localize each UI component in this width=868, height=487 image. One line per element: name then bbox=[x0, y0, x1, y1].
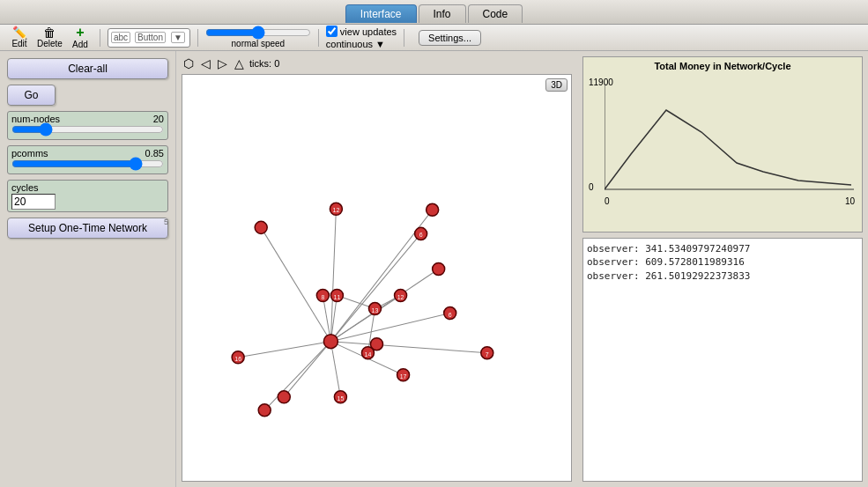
tab-interface[interactable]: Interface bbox=[345, 4, 417, 23]
svg-text:15: 15 bbox=[338, 395, 345, 402]
sep2 bbox=[197, 29, 198, 47]
edit-button[interactable]: ✏️ Edit bbox=[7, 26, 32, 48]
svg-line-13 bbox=[330, 342, 486, 353]
svg-text:6: 6 bbox=[449, 312, 452, 318]
svg-point-33 bbox=[370, 338, 382, 350]
delete-icon: 🗑 bbox=[43, 26, 56, 39]
svg-text:16: 16 bbox=[234, 356, 241, 362]
svg-line-11 bbox=[330, 233, 420, 341]
go-button[interactable]: Go bbox=[7, 85, 56, 106]
pan-up-icon[interactable]: △ bbox=[233, 56, 246, 70]
log-line: observer: 261.50192922373833 bbox=[587, 269, 858, 283]
svg-line-6 bbox=[284, 342, 330, 397]
setup-button[interactable]: Setup One-Time Network bbox=[7, 218, 168, 239]
pcomms-slider-widget: pcomms 0.85 bbox=[7, 145, 168, 174]
widget-type-selector[interactable]: abc Button ▼ bbox=[108, 28, 190, 48]
svg-line-1 bbox=[261, 227, 330, 341]
svg-line-8 bbox=[330, 342, 340, 397]
tab-code[interactable]: Code bbox=[468, 4, 523, 23]
add-icon: + bbox=[76, 26, 84, 40]
svg-point-21 bbox=[427, 203, 439, 216]
num-nodes-slider[interactable] bbox=[11, 124, 164, 135]
setup-button-container: Setup One-Time Network 5 bbox=[7, 218, 168, 239]
clear-all-button[interactable]: Clear-all bbox=[7, 58, 168, 79]
svg-point-37 bbox=[258, 404, 271, 417]
edit-icon: ✏️ bbox=[12, 26, 27, 39]
svg-text:6: 6 bbox=[419, 232, 423, 238]
svg-text:8: 8 bbox=[321, 294, 324, 300]
svg-point-18 bbox=[323, 335, 338, 349]
svg-text:13: 13 bbox=[372, 307, 379, 314]
add-button[interactable]: + Add bbox=[68, 26, 93, 49]
pan-right-icon[interactable]: ▷ bbox=[216, 56, 229, 70]
delete-button[interactable]: 🗑 Delete bbox=[37, 26, 63, 48]
view-options: view updates continuous ▼ bbox=[326, 26, 397, 49]
sep4 bbox=[404, 29, 404, 47]
settings-button[interactable]: Settings... bbox=[419, 30, 481, 46]
svg-text:14: 14 bbox=[365, 351, 372, 358]
svg-text:17: 17 bbox=[400, 373, 407, 380]
tab-info[interactable]: Info bbox=[419, 4, 466, 23]
speed-control: normal speed bbox=[205, 26, 311, 48]
pcomms-slider[interactable] bbox=[11, 159, 164, 169]
log-line: observer: 341.53409797240977 bbox=[587, 242, 858, 255]
pan-left-icon[interactable]: ◁ bbox=[199, 56, 212, 70]
view-updates-checkbox[interactable] bbox=[326, 26, 338, 37]
canvas-toolbar: ⬡ ◁ ▷ △ ticks: 0 bbox=[182, 56, 572, 70]
sep1 bbox=[100, 29, 100, 47]
chart-container: Total Money in Network/Cycle 11900 0 0 1… bbox=[582, 56, 863, 232]
svg-text:12: 12 bbox=[332, 207, 339, 213]
chart-area: 11900 0 0 10 bbox=[587, 73, 858, 210]
svg-line-7 bbox=[264, 342, 330, 410]
canvas-container[interactable]: 3D bbox=[182, 74, 572, 482]
cycles-input[interactable] bbox=[11, 194, 56, 210]
log-container[interactable]: observer: 341.53409797240977observer: 60… bbox=[582, 238, 863, 482]
move-icon[interactable]: ⬡ bbox=[182, 56, 196, 70]
svg-line-12 bbox=[330, 269, 438, 341]
network-svg: 12 11 13 12 8 14 16 15 bbox=[182, 75, 571, 481]
cycles-input-widget: cycles bbox=[7, 180, 168, 212]
svg-text:11: 11 bbox=[333, 294, 340, 300]
svg-line-5 bbox=[238, 342, 330, 358]
sep3 bbox=[318, 29, 319, 47]
svg-text:12: 12 bbox=[397, 294, 404, 300]
num-nodes-slider-widget: num-nodes 20 bbox=[7, 111, 168, 140]
log-line: observer: 609.5728011989316 bbox=[587, 255, 858, 269]
svg-point-46 bbox=[433, 262, 445, 275]
3d-button[interactable]: 3D bbox=[545, 78, 568, 92]
svg-line-10 bbox=[330, 314, 449, 342]
speed-slider[interactable] bbox=[205, 26, 311, 39]
svg-point-36 bbox=[278, 391, 290, 403]
svg-point-22 bbox=[255, 221, 267, 233]
svg-text:7: 7 bbox=[486, 351, 489, 358]
